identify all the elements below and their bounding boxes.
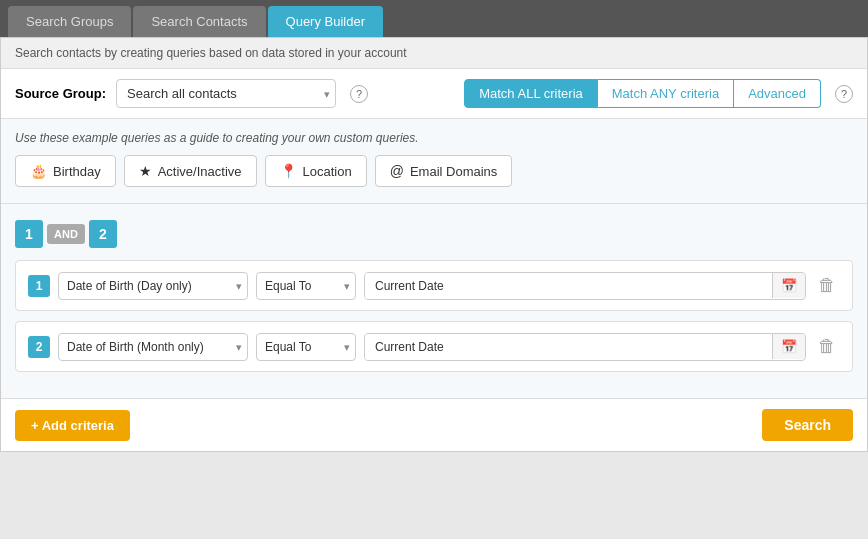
email-domains-label: Email Domains [410,164,497,179]
examples-section: Use these example queries as a guide to … [1,119,867,204]
source-row: Source Group: Search all contacts ? Matc… [1,69,867,119]
location-label: Location [303,164,352,179]
criteria-section: 1 AND 2 1 Date of Birth (Day only) Date … [1,204,867,398]
active-inactive-label: Active/Inactive [158,164,242,179]
match-all-button[interactable]: Match ALL criteria [464,79,598,108]
birthday-label: Birthday [53,164,101,179]
group-header: 1 AND 2 [15,220,853,248]
field-select-wrap-1: Date of Birth (Day only) Date of Birth (… [58,272,248,300]
example-birthday-btn[interactable]: 🎂 Birthday [15,155,116,187]
op-select-2[interactable]: Equal To Not Equal To Greater Than Less … [256,333,356,361]
tab-search-contacts[interactable]: Search Contacts [133,6,265,37]
match-any-button[interactable]: Match ANY criteria [598,79,734,108]
example-buttons: 🎂 Birthday ★ Active/Inactive 📍 Location … [15,155,853,187]
source-select-wrap: Search all contacts [116,79,336,108]
examples-hint: Use these example queries as a guide to … [15,131,853,145]
criteria-value-input-1[interactable] [365,273,772,299]
op-select-1[interactable]: Equal To Not Equal To Greater Than Less … [256,272,356,300]
email-domains-icon: @ [390,163,404,179]
advanced-button[interactable]: Advanced [734,79,821,108]
field-select-wrap-2: Date of Birth (Day only) Date of Birth (… [58,333,248,361]
delete-row-2[interactable]: 🗑 [814,332,840,361]
tab-search-groups[interactable]: Search Groups [8,6,131,37]
op-select-wrap-1: Equal To Not Equal To Greater Than Less … [256,272,356,300]
location-icon: 📍 [280,163,297,179]
source-help-icon[interactable]: ? [350,85,368,103]
search-button[interactable]: Search [762,409,853,441]
field-select-1[interactable]: Date of Birth (Day only) Date of Birth (… [58,272,248,300]
criteria-buttons: Match ALL criteria Match ANY criteria Ad… [464,79,821,108]
criteria-value-wrap-2: 📅 [364,333,806,361]
tab-query-builder[interactable]: Query Builder [268,6,383,37]
criteria-value-wrap-1: 📅 [364,272,806,300]
example-active-inactive-btn[interactable]: ★ Active/Inactive [124,155,257,187]
criteria-value-input-2[interactable] [365,334,772,360]
source-label: Source Group: [15,86,106,101]
tabs-bar: Search Groups Search Contacts Query Buil… [0,0,868,37]
subtitle-text: Search contacts by creating queries base… [15,46,407,60]
group-and-label: AND [47,224,85,244]
subtitle-bar: Search contacts by creating queries base… [1,38,867,69]
group-num-1: 1 [15,220,43,248]
calendar-icon-1[interactable]: 📅 [772,273,805,298]
op-select-wrap-2: Equal To Not Equal To Greater Than Less … [256,333,356,361]
group-num-2: 2 [89,220,117,248]
row-num-1: 1 [28,275,50,297]
main-container: Search contacts by creating queries base… [0,37,868,452]
source-select[interactable]: Search all contacts [116,79,336,108]
example-email-domains-btn[interactable]: @ Email Domains [375,155,513,187]
actions-row: + Add criteria Search [1,398,867,451]
example-location-btn[interactable]: 📍 Location [265,155,367,187]
criteria-help-icon[interactable]: ? [835,85,853,103]
birthday-icon: 🎂 [30,163,47,179]
active-inactive-icon: ★ [139,163,152,179]
field-select-2[interactable]: Date of Birth (Day only) Date of Birth (… [58,333,248,361]
add-criteria-button[interactable]: + Add criteria [15,410,130,441]
calendar-icon-2[interactable]: 📅 [772,334,805,359]
delete-row-1[interactable]: 🗑 [814,271,840,300]
row-num-2: 2 [28,336,50,358]
criteria-row-1: 1 Date of Birth (Day only) Date of Birth… [15,260,853,311]
criteria-row-2: 2 Date of Birth (Day only) Date of Birth… [15,321,853,372]
